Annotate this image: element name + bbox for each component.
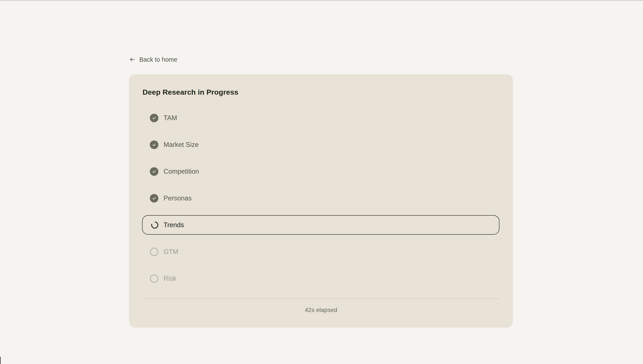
back-to-home-label: Back to home <box>139 55 177 64</box>
deep-research-card: Deep Research in Progress TAM Ma <box>129 74 513 328</box>
page-title: Deep Research in Progress <box>143 88 238 96</box>
item-label: Risk <box>164 274 176 283</box>
check-icon <box>150 194 158 202</box>
back-to-home-link[interactable]: Back to home <box>129 55 177 64</box>
window-top-edge <box>0 0 643 1</box>
item-label: TAM <box>164 114 177 122</box>
item-label: GTM <box>164 248 178 256</box>
spinner-icon <box>151 222 158 229</box>
screen-edge-artifact <box>0 357 1 364</box>
footer-divider <box>143 298 499 299</box>
item-label: Personas <box>164 194 192 202</box>
checklist-item-trends-active: Trends <box>142 215 499 235</box>
checklist-item-personas: Personas <box>150 194 192 202</box>
empty-circle-icon <box>150 248 158 256</box>
check-icon <box>150 114 158 122</box>
arrow-left-icon <box>129 56 136 63</box>
elapsed-time: 42s elapsed <box>129 306 513 314</box>
check-icon <box>150 167 158 176</box>
item-label: Competition <box>164 167 199 176</box>
item-label: Trends <box>164 221 184 229</box>
checklist-item-risk: Risk <box>150 274 176 283</box>
page: Back to home Deep Research in Progress T… <box>0 0 643 364</box>
checklist-item-market-size: Market Size <box>150 140 199 149</box>
check-icon <box>150 140 158 149</box>
checklist-item-competition: Competition <box>150 167 199 176</box>
item-label: Market Size <box>164 140 199 149</box>
empty-circle-icon <box>150 274 158 283</box>
checklist-item-tam: TAM <box>150 114 177 122</box>
checklist-item-gtm: GTM <box>150 248 178 256</box>
